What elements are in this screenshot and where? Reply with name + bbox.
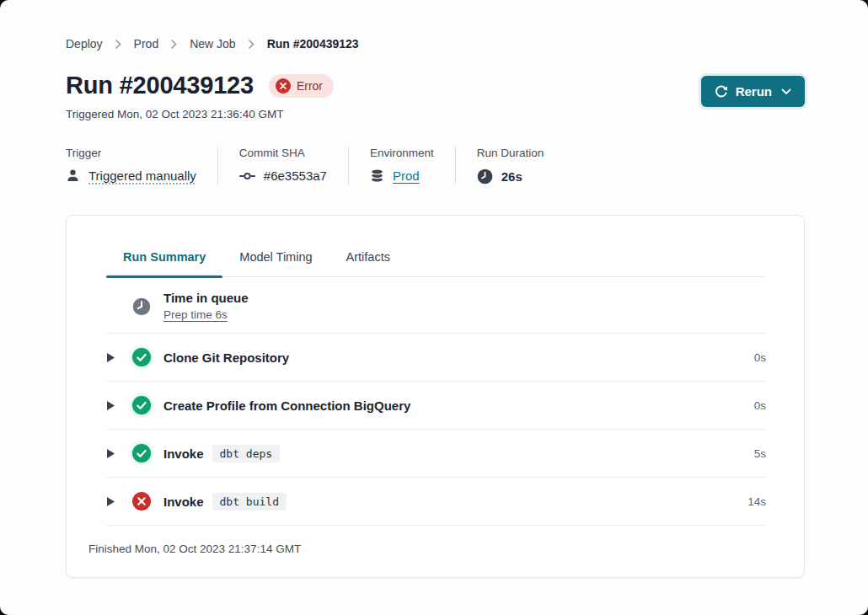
trigger-meta: Trigger Triggered manually [66, 147, 218, 184]
chevron-right-icon [115, 40, 121, 49]
step-duration: 5s [754, 447, 766, 460]
step-title: Create Profile from Connection BigQuery [163, 398, 410, 413]
step-row-create-profile: Create Profile from Connection BigQuery … [106, 382, 766, 430]
tab-run-summary[interactable]: Run Summary [106, 239, 222, 276]
status-badge: Error [269, 74, 334, 98]
commit-sha-label: Commit SHA [239, 147, 327, 159]
database-icon [370, 168, 384, 183]
breadcrumb: Deploy Prod New Job Run #200439123 [66, 0, 805, 51]
tab-artifacts[interactable]: Artifacts [330, 239, 407, 276]
step-command-chip: dbt deps [212, 445, 281, 463]
breadcrumb-item-new-job[interactable]: New Job [190, 37, 235, 51]
clock-icon [477, 168, 493, 184]
step-row-clone-git: Clone Git Repository 0s [106, 334, 766, 382]
step-row-dbt-deps: Invoke dbt deps 5s [106, 430, 766, 478]
finished-timestamp: Finished Mon, 02 Oct 2023 21:37:14 GMT [67, 526, 804, 577]
rerun-button[interactable]: Rerun [701, 76, 805, 107]
step-title: Invoke [163, 495, 204, 509]
step-title: Clone Git Repository [163, 350, 289, 365]
prep-time-link[interactable]: Prep time 6s [163, 308, 228, 321]
run-duration-value: 26s [501, 169, 522, 184]
check-circle-icon [132, 348, 151, 366]
run-duration-meta: Run Duration 26s [456, 147, 565, 184]
breadcrumb-item-prod[interactable]: Prod [134, 37, 159, 51]
clock-icon [132, 297, 151, 316]
person-icon [66, 168, 80, 183]
trigger-label: Trigger [66, 147, 196, 159]
step-row-dbt-build: Invoke dbt build 14s [106, 478, 766, 526]
commit-sha-meta: Commit SHA #6e3553a7 [218, 147, 349, 184]
tab-bar: Run Summary Model Timing Artifacts [106, 216, 766, 277]
chevron-right-icon [249, 40, 255, 49]
step-duration: 0s [754, 351, 766, 364]
run-details-page: Deploy Prod New Job Run #200439123 Run #… [0, 0, 868, 615]
step-title: Invoke [163, 447, 204, 461]
x-circle-icon [276, 78, 291, 94]
time-in-queue-row: Time in queue Prep time 6s [106, 277, 766, 334]
chevron-right-icon [171, 40, 177, 49]
expand-caret-icon[interactable] [106, 400, 117, 411]
run-summary-card: Run Summary Model Timing Artifacts Time … [66, 215, 805, 578]
page-title: Run #200439123 [66, 72, 254, 99]
breadcrumb-item-deploy[interactable]: Deploy [66, 37, 103, 51]
triggered-timestamp: Triggered Mon, 02 Oct 2023 21:36:40 GMT [66, 108, 334, 120]
check-circle-icon [132, 396, 151, 414]
x-circle-icon [132, 492, 151, 511]
expand-caret-icon[interactable] [106, 496, 117, 507]
step-duration: 14s [747, 495, 766, 508]
environment-link[interactable]: Prod [393, 168, 420, 183]
commit-sha-value: #6e3553a7 [264, 168, 327, 183]
step-duration: 0s [754, 399, 766, 412]
rerun-button-label: Rerun [736, 84, 772, 99]
chevron-down-icon [781, 88, 791, 95]
environment-meta: Environment Prod [349, 147, 456, 184]
expand-caret-icon[interactable] [106, 352, 117, 363]
check-circle-icon [132, 444, 151, 463]
refresh-icon [715, 85, 728, 99]
page-header: Run #200439123 Error Triggered Mon, 02 O… [66, 72, 805, 120]
breadcrumb-item-current-run: Run #200439123 [267, 37, 359, 51]
trigger-value[interactable]: Triggered manually [88, 168, 196, 183]
expand-caret-icon[interactable] [106, 448, 117, 459]
commit-icon [239, 171, 255, 181]
status-badge-label: Error [297, 79, 323, 93]
step-command-chip: dbt build [212, 493, 287, 511]
tab-model-timing[interactable]: Model Timing [222, 239, 329, 276]
run-duration-label: Run Duration [477, 147, 544, 159]
run-meta-strip: Trigger Triggered manually Commit SHA #6… [66, 147, 805, 184]
environment-label: Environment [370, 147, 434, 159]
queue-title: Time in queue [163, 291, 249, 305]
